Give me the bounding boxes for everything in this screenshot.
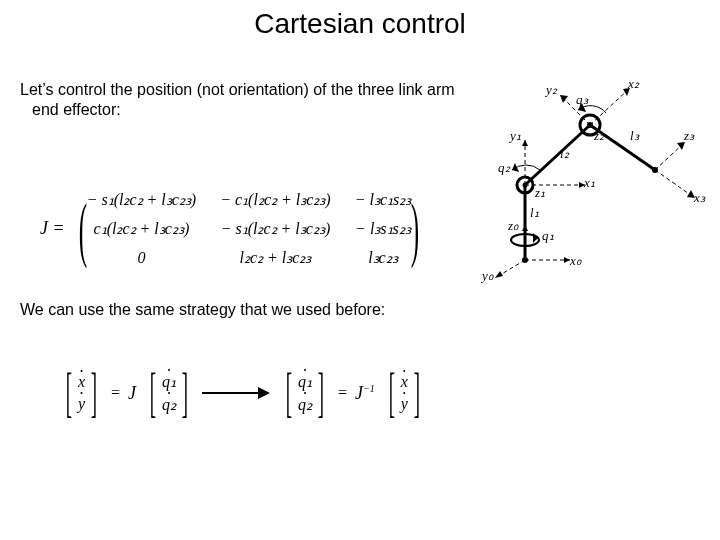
bracket-left-icon: [ xyxy=(66,370,72,416)
bracket-left-icon: [ xyxy=(150,370,156,416)
svg-point-30 xyxy=(652,167,658,173)
Jinv-symbol: J−1 xyxy=(355,383,375,404)
equals: = xyxy=(111,384,120,402)
arrow-right-icon xyxy=(202,388,272,398)
bracket-right-icon: ] xyxy=(318,370,324,416)
q2dot-2: q₂ xyxy=(298,395,312,414)
j-r1c1: − s₁(l₂c₂ + l₃c₂₃) xyxy=(87,190,197,209)
lbl-z0: z₀ xyxy=(508,218,518,234)
vec-xy-dot-2: x y xyxy=(401,373,408,413)
ydot-2: y xyxy=(401,395,408,413)
lbl-z3: z₃ xyxy=(684,128,694,144)
paren-left-icon: ( xyxy=(78,200,86,258)
svg-line-17 xyxy=(525,125,590,185)
svg-marker-16 xyxy=(512,163,519,172)
lbl-l3: l₃ xyxy=(630,128,639,144)
svg-marker-13 xyxy=(522,140,528,146)
bracket-left-icon: [ xyxy=(389,370,395,416)
lbl-q1: q₁ xyxy=(542,228,554,244)
svg-marker-23 xyxy=(560,95,568,103)
paragraph-1: Let’s control the position (not orientat… xyxy=(20,80,462,120)
slide: Cartesian control Let’s control the posi… xyxy=(0,0,720,540)
lbl-y0: y₀ xyxy=(482,268,493,284)
arm-diagram-svg xyxy=(480,70,710,280)
bracket-right-icon: ] xyxy=(182,370,188,416)
Jinv-sup: −1 xyxy=(363,383,375,394)
q2dot: q₂ xyxy=(162,395,176,414)
lbl-x2: x₂ xyxy=(628,76,639,92)
ydot: y xyxy=(78,395,85,413)
lbl-l2: l₂ xyxy=(560,146,569,162)
paragraph-2: We can use the same strategy that we use… xyxy=(20,300,462,320)
lbl-l1: l₁ xyxy=(530,205,539,221)
svg-marker-3 xyxy=(495,271,503,278)
jacobian-grid: − s₁(l₂c₂ + l₃c₂₃) − c₁(l₂c₂ + l₃c₂₃) − … xyxy=(87,190,412,267)
j-r1c3: − l₃c₁s₂₃ xyxy=(355,190,412,209)
j-r2c3: − l₃s₁s₂₃ xyxy=(355,219,411,238)
lbl-z2: z₂ xyxy=(594,128,604,144)
bracket-left-icon: [ xyxy=(286,370,292,416)
j-r2c2: − s₁(l₂c₂ + l₃c₂₃) xyxy=(221,219,331,238)
j-r3c3: l₃c₂₃ xyxy=(368,248,398,267)
vec-q-dot-2: q₁ q₂ xyxy=(298,372,312,414)
j-r2c1: c₁(l₂c₂ + l₃c₂₃) xyxy=(94,219,190,238)
J-symbol: J xyxy=(128,383,136,404)
vec-xy-dot: x y xyxy=(78,373,85,413)
lbl-z1: z₁ xyxy=(535,185,545,201)
lbl-y2: y₂ xyxy=(546,82,557,98)
lbl-q2: q₂ xyxy=(498,160,510,176)
lbl-q3: q₃ xyxy=(576,92,588,108)
jacobian-lead: J = xyxy=(40,218,65,239)
bracket-right-icon: ] xyxy=(91,370,97,416)
equals-2: = xyxy=(338,384,347,402)
j-r3c2: l₂c₂ + l₃c₂₃ xyxy=(239,248,311,267)
svg-marker-7 xyxy=(533,233,538,243)
arm-diagram: x₀ y₀ z₀ q₁ l₁ x₁ y₁ z₁ q₂ l₂ x₂ y₂ z₂ q… xyxy=(480,70,710,280)
lbl-x0: x₀ xyxy=(570,253,581,269)
slide-title: Cartesian control xyxy=(0,8,720,40)
bracket-right-icon: ] xyxy=(414,370,420,416)
jacobian-matrix: J = ( − s₁(l₂c₂ + l₃c₂₃) − c₁(l₂c₂ + l₃c… xyxy=(40,190,427,267)
lbl-x3: x₃ xyxy=(694,190,705,206)
j-r1c2: − c₁(l₂c₂ + l₃c₂₃) xyxy=(220,190,330,209)
paren-right-icon: ) xyxy=(411,200,419,258)
vec-q-dot: q₁ q₂ xyxy=(162,372,176,414)
Jinv-J: J xyxy=(355,383,363,403)
equation-row: [ x y ] = J [ q₁ q₂ ] [ q₁ q₂ ] = J−1 [ xyxy=(60,370,426,416)
j-r3c1: 0 xyxy=(137,249,145,267)
svg-point-9 xyxy=(522,257,528,263)
lbl-y1: y₁ xyxy=(510,128,521,144)
lbl-x1: x₁ xyxy=(584,175,595,191)
